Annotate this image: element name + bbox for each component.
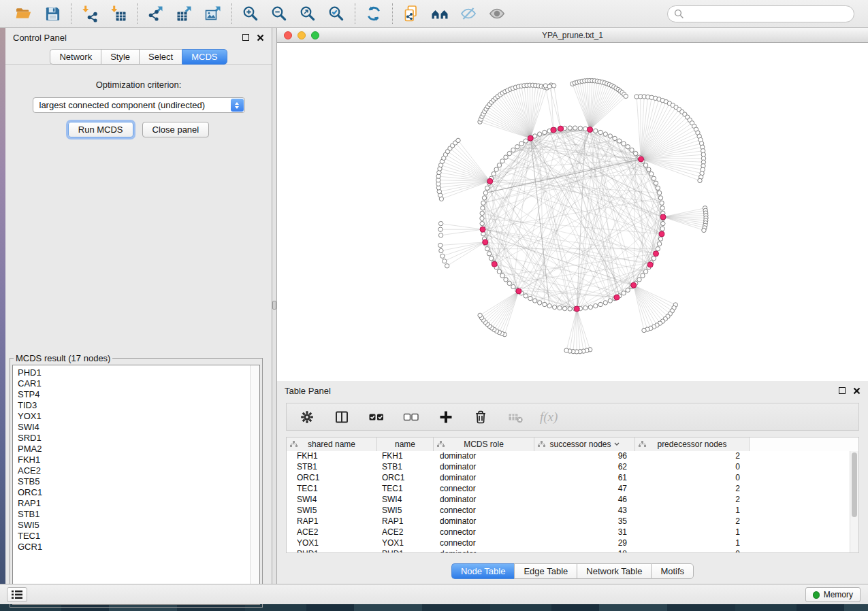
tab-network[interactable]: Network [50, 49, 101, 65]
mcds-result-item[interactable]: SWI4 [18, 422, 259, 433]
memory-button[interactable]: Memory [805, 587, 861, 602]
tab-style[interactable]: Style [101, 49, 139, 65]
import-network-button[interactable] [80, 3, 100, 24]
table-row[interactable]: ORC1ORC1dominator610 [287, 473, 858, 484]
table-cell: dominator [434, 516, 534, 527]
node-table: shared name name MCDS role successor nod… [286, 437, 859, 553]
search-input[interactable] [688, 9, 848, 18]
zoom-fit-icon [299, 5, 317, 22]
table-row[interactable]: RAP1RAP1dominator352 [287, 516, 858, 527]
plus-icon [438, 410, 453, 425]
save-session-button[interactable] [42, 3, 63, 24]
zoom-out-button[interactable] [269, 3, 289, 24]
import-table-button[interactable] [108, 3, 129, 24]
show-all-button[interactable] [487, 3, 507, 24]
mcds-result-item[interactable]: ORC1 [18, 487, 259, 498]
tab-select[interactable]: Select [139, 49, 182, 65]
zoom-fit-button[interactable] [298, 3, 318, 24]
table-row[interactable]: FKH1FKH1dominator962 [287, 451, 858, 462]
mcds-result-item[interactable]: CAR1 [18, 378, 259, 389]
table-row[interactable]: ACE2ACE2connector311 [287, 527, 858, 538]
mcds-result-item[interactable]: ACE2 [18, 465, 259, 476]
table-cell: dominator [434, 495, 534, 506]
new-network-from-selection-button[interactable] [401, 3, 421, 24]
table-cell: 46 [534, 495, 635, 506]
export-table-button[interactable] [174, 3, 195, 24]
tab-network-table[interactable]: Network Table [577, 563, 651, 579]
mcds-result-item[interactable]: STB5 [18, 476, 259, 487]
close-window-button[interactable] [284, 31, 292, 39]
run-mcds-button[interactable]: Run MCDS [68, 122, 133, 137]
network-document-icon [402, 5, 420, 22]
column-header-filler [750, 437, 858, 451]
mcds-result-item[interactable]: TID3 [18, 400, 259, 411]
table-cell: 31 [534, 527, 635, 538]
zoom-in-icon [242, 5, 259, 22]
network-graph-canvas[interactable]: .e{stroke:#8b8b8b;stroke-opacity:.32;str… [277, 43, 868, 381]
table-row[interactable]: PHD1PHD1dominator180 [287, 549, 858, 553]
column-header-name[interactable]: name [377, 437, 434, 451]
close-table-panel-icon[interactable] [853, 387, 861, 395]
table-row[interactable]: SWI4SWI4dominator462 [287, 495, 858, 506]
mcds-result-item[interactable]: RAP1 [18, 498, 259, 509]
zoom-in-button[interactable] [240, 3, 261, 24]
table-row[interactable]: STB1STB1dominator620 [287, 462, 858, 473]
panel-splitter[interactable] [272, 28, 277, 584]
table-row[interactable]: YOX1YOX1connector291 [287, 538, 858, 549]
delete-column-button[interactable] [470, 407, 491, 427]
zoom-selected-button[interactable] [326, 3, 347, 24]
optimization-select[interactable]: largest connected component (undirected) [33, 97, 245, 113]
table-cell: ORC1 [377, 473, 434, 484]
show-log-button[interactable] [7, 587, 27, 602]
table-row[interactable]: TEC1TEC1connector472 [287, 484, 858, 495]
list-scrollbar[interactable] [250, 365, 259, 604]
tab-edge-table[interactable]: Edge Table [514, 563, 577, 579]
mcds-result-item[interactable]: TEC1 [18, 531, 259, 542]
first-neighbors-icon [431, 5, 449, 22]
table-scrollbar[interactable] [850, 451, 858, 552]
mcds-result-item[interactable]: PHD1 [18, 367, 259, 378]
column-header-successor-nodes[interactable]: successor nodes [534, 437, 635, 451]
mcds-result-item[interactable]: STP4 [18, 389, 259, 400]
list-icon [12, 590, 22, 599]
tab-motifs[interactable]: Motifs [651, 563, 694, 579]
refresh-button[interactable] [364, 3, 384, 24]
mcds-result-item[interactable]: YOX1 [18, 411, 259, 422]
mcds-result-item[interactable]: GCR1 [18, 542, 259, 552]
optimization-select-value: largest connected component (undirected) [39, 100, 206, 110]
float-panel-button[interactable] [242, 34, 249, 41]
tab-node-table[interactable]: Node Table [451, 563, 515, 579]
table-scrollbar-thumb[interactable] [852, 452, 857, 517]
first-neighbors-button[interactable] [430, 3, 450, 24]
maximize-window-button[interactable] [311, 31, 319, 39]
mcds-result-item[interactable]: SWI5 [18, 520, 259, 531]
mcds-result-item[interactable]: PMA2 [18, 444, 259, 455]
splitter-grip[interactable] [272, 301, 276, 310]
select-all-checks-button[interactable] [366, 407, 387, 427]
column-header-mcds-role[interactable]: MCDS role [434, 437, 534, 451]
mcds-result-item[interactable]: FKH1 [18, 455, 259, 465]
open-file-button[interactable] [14, 3, 34, 24]
table-toolbar: f(x) [286, 403, 859, 431]
export-network-button[interactable] [146, 3, 166, 24]
mcds-result-title: MCDS result (17 nodes) [14, 353, 112, 363]
add-column-button[interactable] [436, 407, 456, 427]
close-panel-icon[interactable] [257, 34, 264, 42]
hide-selected-button[interactable] [458, 3, 479, 24]
table-cell: connector [434, 538, 534, 549]
mcds-result-item[interactable]: STB1 [18, 509, 259, 520]
tab-mcds[interactable]: MCDS [182, 49, 227, 65]
export-image-button[interactable] [203, 3, 223, 24]
column-header-shared-name[interactable]: shared name [287, 437, 377, 451]
minimize-window-button[interactable] [298, 31, 306, 39]
show-columns-button[interactable] [332, 407, 352, 427]
table-settings-button[interactable] [297, 407, 317, 427]
deselect-all-checks-button[interactable] [401, 407, 421, 427]
control-panel: Control Panel Network Style Select MCDS … [5, 28, 272, 584]
close-panel-button[interactable]: Close panel [142, 122, 210, 137]
mcds-result-item[interactable]: SRD1 [18, 433, 259, 444]
table-row[interactable]: SWI5SWI5connector431 [287, 506, 858, 516]
float-table-panel-button[interactable] [839, 387, 846, 394]
column-header-predecessor-nodes[interactable]: predecessor nodes [635, 437, 750, 451]
import-table-icon [110, 5, 127, 22]
